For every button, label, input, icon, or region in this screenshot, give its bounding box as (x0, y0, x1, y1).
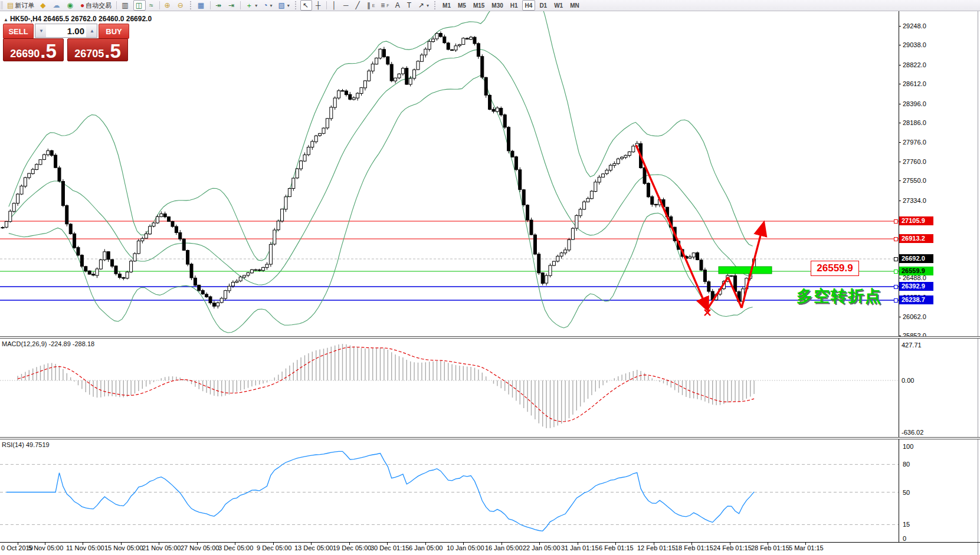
buy-button[interactable]: BUY (99, 24, 129, 39)
time-axis-tick (273, 542, 274, 545)
timeframe-h1[interactable]: H1 (507, 0, 521, 11)
time-axis-label: 31 Jan 01:15 (561, 544, 599, 551)
text-label-button[interactable]: T (405, 0, 415, 11)
timeframe-d1[interactable]: D1 (536, 0, 550, 11)
volume-stepper: ▼ ▲ (35, 24, 97, 38)
autotrade-button[interactable]: ●自动交易 (78, 0, 114, 11)
time-axis-tick (159, 542, 159, 545)
zoom-out-icon: ⊖ (178, 1, 183, 9)
line-chart-button[interactable]: ≈ (147, 0, 157, 11)
time-axis-label: 16 Jan 05:00 (485, 544, 523, 551)
chevron-down-icon: ▾ (287, 3, 290, 8)
timeframe-h4[interactable]: H4 (522, 0, 536, 11)
time-axis-tick (578, 542, 578, 545)
macd-panel-canvas[interactable] (0, 339, 899, 436)
rsi-axis-label: 100 (903, 443, 913, 450)
time-axis-label: 30 Dec 01:15 (371, 544, 409, 551)
trendline-button[interactable]: ╱ (353, 0, 363, 11)
sell-button[interactable]: SELL (3, 24, 34, 39)
templates-button[interactable]: ▧▾ (276, 0, 291, 11)
time-axis-label: 19 Dec 05:00 (333, 544, 371, 551)
buy-price-frac: .5 (104, 43, 121, 60)
time-axis-line[interactable] (0, 542, 980, 543)
volume-increment-button[interactable]: ▲ (86, 24, 97, 37)
timeframe-w1[interactable]: W1 (551, 0, 566, 11)
zoom-out-button[interactable]: ⊖ (175, 0, 187, 11)
time-axis-tick (83, 542, 83, 545)
panel-splitter-rsi[interactable] (0, 437, 980, 439)
macd-axis-label: -636.02 (902, 429, 923, 436)
crosshair-button[interactable]: ┼ (313, 0, 325, 11)
market-watch-icon[interactable]: ☁ (51, 0, 64, 11)
green-zone-marker[interactable] (719, 267, 772, 274)
price-callout-box[interactable]: 26559.9 (811, 261, 859, 276)
symbol-ohlc-text: HK50-,H4 26465.5 26762.0 26460.0 26692.0 (10, 15, 152, 23)
text-button[interactable]: A (393, 0, 404, 11)
sell-price-main: 26690 (10, 48, 40, 60)
new-order-button[interactable]: ▤新订单 (5, 0, 37, 11)
price-tag-anchor (894, 219, 898, 224)
price-tag-26238-7: 26238.7 (899, 295, 933, 304)
chart-shift-icon: ⇥ (228, 1, 234, 9)
time-axis-label: 5 Mar 01:15 (789, 544, 824, 551)
time-axis-tick (349, 542, 350, 545)
text-icon: A (395, 1, 400, 9)
turning-point-note[interactable]: 多空转折点 (797, 285, 882, 307)
time-axis-label: 11 Nov 05:00 (66, 544, 104, 551)
price-axis-label: 27760.0 (903, 158, 926, 165)
macd-signal-line (18, 347, 754, 421)
toolbar-separator (210, 1, 211, 9)
candlestick-chart-button[interactable]: ◫ (133, 0, 146, 11)
rsi-axis-label: 50 (903, 489, 910, 496)
price-tag-26392-9: 26392.9 (899, 282, 933, 291)
price-axis-label: 27976.0 (903, 139, 926, 146)
zoom-in-icon: ⊕ (165, 1, 171, 9)
toolbar-separator (116, 1, 117, 9)
toolbar-separator (434, 1, 437, 9)
time-axis-tick (805, 542, 806, 545)
crosshair-icon: ┼ (316, 1, 321, 9)
tile-windows-button[interactable]: ▦ (195, 0, 208, 11)
periods-button[interactable]: ◔▾ (261, 0, 274, 11)
time-axis-label: 6 Jan 05:00 (409, 544, 443, 551)
mt4-window: ▤新订单◆☁◉●自动交易▥◫≈⊕⊖▦↠⇥＋▾◔▾▧▾↖┼│─╱∥E≡FAT↗▾M… (0, 0, 980, 555)
fibonacci-button[interactable]: ≡F (378, 0, 391, 11)
time-axis-label: 18 Feb 01:15 (675, 544, 713, 551)
auto-scroll-button[interactable]: ↠ (213, 0, 225, 11)
price-axis-label: 29038.0 (903, 41, 926, 48)
timeframe-m30[interactable]: M30 (489, 0, 506, 11)
arrows-button[interactable]: ↗▾ (416, 0, 431, 11)
toolbar: ▤新订单◆☁◉●自动交易▥◫≈⊕⊖▦↠⇥＋▾◔▾▧▾↖┼│─╱∥E≡FAT↗▾M… (0, 0, 980, 11)
collapse-triangle-icon[interactable]: ▲ (4, 17, 8, 22)
deposit-icon[interactable]: ◆ (38, 0, 49, 11)
timeframe-mn[interactable]: MN (567, 0, 582, 11)
chart-shift-button[interactable]: ⇥ (226, 0, 238, 11)
zoom-in-button[interactable]: ⊕ (162, 0, 174, 11)
price-axis-label: 29248.0 (903, 22, 926, 29)
buy-price-panel[interactable]: 26705 .5 (67, 38, 128, 61)
buy-price-main: 26705 (74, 48, 104, 60)
horizontal-line-button[interactable]: ─ (341, 0, 352, 11)
main-chart-canvas[interactable] (0, 11, 899, 336)
bar-chart-button[interactable]: ▥ (119, 0, 132, 11)
volume-decrement-button[interactable]: ▼ (35, 24, 46, 37)
timeframe-m15[interactable]: M15 (470, 0, 487, 11)
channel-button[interactable]: ∥E (365, 0, 378, 11)
macd-axis-label: 427.71 (902, 341, 922, 349)
cursor-button[interactable]: ↖ (300, 0, 312, 11)
panel-splitter-macd[interactable] (0, 336, 980, 339)
time-axis-label: 27 Nov 05:00 (181, 544, 219, 551)
candlestick-chart-icon: ◫ (136, 1, 142, 9)
timeframe-m1[interactable]: M1 (440, 0, 454, 11)
price-axis-label: 26062.0 (903, 313, 926, 320)
line-chart-icon: ≈ (149, 1, 153, 9)
sell-price-panel[interactable]: 26690 .5 (3, 38, 64, 61)
price-tag-anchor (894, 257, 898, 261)
time-axis-label: 9 Dec 05:00 (257, 544, 291, 551)
volume-input[interactable] (46, 24, 86, 37)
rsi-panel-canvas[interactable] (0, 439, 899, 542)
timeframe-m5[interactable]: M5 (455, 0, 469, 11)
vertical-line-button[interactable]: │ (329, 0, 340, 11)
indicators-button[interactable]: ＋▾ (243, 0, 260, 11)
signals-icon[interactable]: ◉ (65, 0, 77, 11)
